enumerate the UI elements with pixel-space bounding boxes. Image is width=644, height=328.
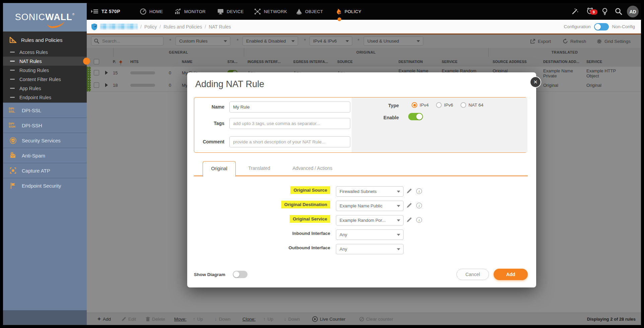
search-icon[interactable]: [615, 3, 622, 20]
radio-nat64[interactable]: [460, 102, 466, 108]
lightbulb-icon[interactable]: [601, 3, 608, 20]
dpi-ssl-icon: DPISSL: [9, 107, 17, 113]
redacted-device-name: [100, 24, 138, 29]
edit-pencil-icon[interactable]: [407, 202, 413, 209]
close-icon[interactable]: ✕: [530, 77, 541, 87]
nav-network[interactable]: NETWORK: [254, 3, 287, 20]
original-destination-label: Original Destination: [194, 201, 330, 208]
radio-ipv4[interactable]: [412, 102, 417, 108]
add-button[interactable]: Add: [494, 269, 528, 280]
enable-label: Enable: [369, 115, 399, 120]
sidebar-section-rules-and-policies[interactable]: Rules and Policies: [3, 34, 87, 46]
avatar[interactable]: AD: [627, 6, 639, 17]
nav-object-label: OBJECT: [305, 9, 323, 14]
sidebar-item-access-rules[interactable]: Access Rules: [3, 48, 87, 57]
info-icon[interactable]: i: [416, 188, 423, 195]
outbound-interface-dropdown[interactable]: Any: [336, 244, 404, 254]
outbound-interface-label: Outbound Interface: [194, 244, 330, 252]
network-icon: [254, 8, 261, 15]
cancel-button[interactable]: Cancel: [456, 269, 489, 280]
sidebar-module-dpi-ssl[interactable]: DPISSL DPI-SSL: [3, 103, 87, 118]
wand-icon[interactable]: [571, 3, 579, 20]
sonicwall-logo: SONICWALL®: [3, 3, 87, 31]
firewall-name: TZ 570P: [101, 9, 120, 14]
nav-monitor[interactable]: MONITOR: [175, 3, 206, 20]
rule-identity-panel: Name Tags Comment Type IPv4 IPv6 NAT 64 …: [194, 97, 527, 153]
original-destination-dropdown[interactable]: Example Name Public: [336, 201, 404, 211]
shield-check-icon: [9, 137, 17, 144]
sidebar-item-routing-rules[interactable]: Routing Rules: [3, 66, 87, 75]
tags-field[interactable]: [229, 118, 350, 129]
sidebar-module-anti-spam[interactable]: Anti-Spam: [3, 148, 87, 163]
set-square-icon: [9, 37, 17, 43]
object-icon: [296, 8, 302, 15]
sidebar-item-app-rules[interactable]: App Rules: [3, 84, 87, 93]
sidebar-module-capture-atp[interactable]: Capture ATP: [3, 163, 87, 178]
anti-spam-mail-icon: [9, 152, 17, 159]
modal-title: Adding NAT Rule: [195, 79, 264, 89]
tab-advanced-actions[interactable]: Advanced / Actions: [282, 161, 343, 176]
comment-label: Comment: [194, 139, 224, 144]
sidebar-item-nat-rules[interactable]: NAT Rules: [3, 57, 87, 66]
breadcrumb-separator: /: [159, 24, 161, 29]
dash-icon: [10, 61, 15, 62]
sidebar-module-dpi-ssh[interactable]: DPISSH DPI-SSH: [3, 118, 87, 133]
alarm-clock-icon[interactable]: 9: [586, 3, 594, 20]
comment-field[interactable]: [229, 136, 350, 147]
logo-swoosh: [47, 19, 65, 28]
dash-icon: [10, 52, 15, 53]
inbound-interface-label: Inbound Interface: [194, 229, 330, 237]
tab-underline: [194, 176, 528, 176]
tab-translated[interactable]: Translated: [239, 161, 279, 176]
nav-network-label: NETWORK: [264, 9, 287, 14]
monitor-icon: [175, 8, 181, 14]
original-source-dropdown[interactable]: Firewalled Subnets: [336, 186, 404, 197]
adding-nat-rule-modal: Adding NAT Rule ✕ Name Tags Comment Type…: [187, 72, 536, 287]
enable-toggle[interactable]: [408, 113, 423, 120]
config-mode-toggle[interactable]: [594, 23, 609, 30]
edit-pencil-icon[interactable]: [407, 188, 413, 195]
dash-icon: [10, 88, 15, 89]
breadcrumb-separator: /: [140, 24, 142, 29]
tags-label: Tags: [194, 121, 224, 126]
sidebar-module-security-services[interactable]: Security Services: [3, 133, 87, 148]
nav-home[interactable]: HOME: [140, 3, 163, 20]
firewall-menu-toggle[interactable]: TZ 570P: [91, 3, 120, 20]
nav-device[interactable]: DEVICE: [217, 3, 244, 20]
chevron-down-icon: [397, 219, 400, 221]
info-icon[interactable]: i: [416, 217, 423, 224]
inbound-interface-dropdown[interactable]: Any: [336, 229, 404, 240]
name-field[interactable]: [229, 102, 350, 113]
sidebar-rules-section: Rules and Policies Access Rules NAT Rule…: [3, 31, 87, 103]
radio-ipv6[interactable]: [436, 102, 442, 108]
sidebar-footer: [3, 310, 87, 325]
non-config-label: Non-Config: [612, 24, 635, 29]
nav-home-label: HOME: [149, 9, 163, 14]
dash-icon: [10, 97, 15, 98]
chevron-down-icon: [397, 248, 400, 250]
home-icon: [140, 8, 146, 15]
original-service-dropdown[interactable]: Example Random Por...: [336, 215, 404, 225]
sidebar-item-content-filter-rules[interactable]: Content Filter Rules: [3, 75, 87, 84]
nav-object[interactable]: OBJECT: [296, 3, 323, 20]
device-icon: [217, 8, 224, 14]
show-diagram-label: Show Diagram: [194, 272, 225, 277]
nav-monitor-label: MONITOR: [184, 9, 206, 14]
policy-flame-icon: [336, 8, 342, 15]
logo-text: SONICWALL®: [15, 12, 75, 22]
sidebar-module-endpoint-security[interactable]: Endpoint Security: [3, 178, 87, 193]
breadcrumb-nat-rules[interactable]: NAT Rules: [209, 24, 231, 29]
sidebar-item-endpoint-rules[interactable]: Endpoint Rules: [3, 93, 87, 102]
original-service-label: Original Service: [194, 215, 330, 223]
show-diagram-toggle[interactable]: [233, 271, 247, 278]
chevron-down-icon: [397, 191, 400, 193]
breadcrumb-policy[interactable]: Policy: [144, 24, 157, 29]
breadcrumb-rules-and-policies[interactable]: Rules and Policies: [163, 24, 202, 29]
name-label: Name: [194, 104, 224, 110]
breadcrumb-separator: /: [205, 24, 206, 29]
sidebar: Rules and Policies Access Rules NAT Rule…: [3, 31, 87, 325]
sidebar-section-label: Rules and Policies: [21, 37, 62, 43]
tab-original[interactable]: Original: [203, 161, 236, 177]
info-icon[interactable]: i: [416, 203, 423, 209]
edit-pencil-icon[interactable]: [407, 217, 413, 223]
